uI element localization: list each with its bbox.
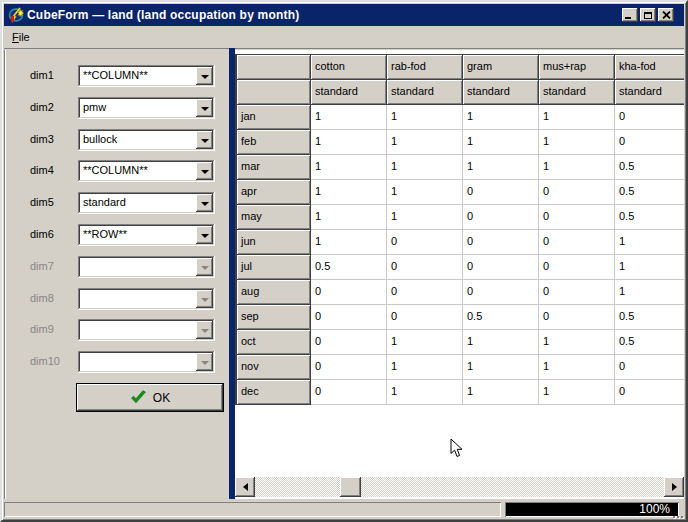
combo-dim5[interactable]: standard	[78, 192, 215, 214]
combo-dim4[interactable]: **COLUMN**	[78, 160, 215, 182]
combo-dropdown-button-dim4[interactable]	[196, 162, 213, 180]
menu-file[interactable]: File	[6, 29, 36, 45]
horizontal-scrollbar[interactable]	[235, 477, 684, 497]
column-header-gram[interactable]: gram	[463, 55, 539, 80]
cell-jan-cotton[interactable]: 1	[311, 105, 387, 130]
row-header-feb[interactable]: feb	[237, 130, 311, 155]
combo-dim1[interactable]: **COLUMN**	[78, 65, 215, 87]
cell-feb-gram[interactable]: 1	[463, 130, 539, 155]
row-header-sep[interactable]: sep	[237, 305, 311, 330]
subheader-1[interactable]: standard	[387, 80, 463, 105]
subheader-2[interactable]: standard	[463, 80, 539, 105]
row-header-jul[interactable]: jul	[237, 255, 311, 280]
cell-dec-cotton[interactable]: 0	[311, 380, 387, 405]
cell-mar-rab-fod[interactable]: 1	[387, 155, 463, 180]
cell-oct-gram[interactable]: 1	[463, 330, 539, 355]
cell-apr-cotton[interactable]: 1	[311, 180, 387, 205]
cell-mar-kha-fod[interactable]: 0.5	[615, 155, 684, 180]
subheader-4[interactable]: standard	[615, 80, 684, 105]
column-header-rab-fod[interactable]: rab-fod	[387, 55, 463, 80]
cell-mar-gram[interactable]: 1	[463, 155, 539, 180]
cell-oct-cotton[interactable]: 0	[311, 330, 387, 355]
cell-jul-rab-fod[interactable]: 0	[387, 255, 463, 280]
cell-oct-mus+rap[interactable]: 1	[539, 330, 615, 355]
cell-nov-kha-fod[interactable]: 0	[615, 355, 684, 380]
combo-dropdown-button-dim2[interactable]	[196, 99, 213, 117]
cell-feb-cotton[interactable]: 1	[311, 130, 387, 155]
subheader-0[interactable]: standard	[311, 80, 387, 105]
row-header-mar[interactable]: mar	[237, 155, 311, 180]
row-header-nov[interactable]: nov	[237, 355, 311, 380]
cell-jan-kha-fod[interactable]: 0	[615, 105, 684, 130]
cell-jan-rab-fod[interactable]: 1	[387, 105, 463, 130]
cell-sep-kha-fod[interactable]: 0.5	[615, 305, 684, 330]
cell-may-kha-fod[interactable]: 0.5	[615, 205, 684, 230]
cell-mar-mus+rap[interactable]: 1	[539, 155, 615, 180]
combo-dim6[interactable]: **ROW**	[78, 224, 215, 246]
cell-sep-mus+rap[interactable]: 0	[539, 305, 615, 330]
cell-nov-rab-fod[interactable]: 1	[387, 355, 463, 380]
cell-aug-rab-fod[interactable]: 0	[387, 280, 463, 305]
row-header-jun[interactable]: jun	[237, 230, 311, 255]
cell-oct-kha-fod[interactable]: 0.5	[615, 330, 684, 355]
titlebar[interactable]: CubeForm — land (land occupation by mont…	[4, 4, 684, 26]
row-header-dec[interactable]: dec	[237, 380, 311, 405]
resize-grip[interactable]	[673, 516, 683, 518]
combo-dim2[interactable]: pmw	[78, 97, 215, 119]
cell-jul-cotton[interactable]: 0.5	[311, 255, 387, 280]
combo-dropdown-button-dim3[interactable]	[196, 131, 213, 149]
cell-nov-mus+rap[interactable]: 1	[539, 355, 615, 380]
column-header-mus+rap[interactable]: mus+rap	[539, 55, 615, 80]
scrollbar-track[interactable]	[255, 477, 664, 497]
cell-dec-kha-fod[interactable]: 0	[615, 380, 684, 405]
cell-apr-rab-fod[interactable]: 1	[387, 180, 463, 205]
cell-apr-mus+rap[interactable]: 0	[539, 180, 615, 205]
cell-sep-gram[interactable]: 0.5	[463, 305, 539, 330]
cell-nov-gram[interactable]: 1	[463, 355, 539, 380]
cell-may-rab-fod[interactable]: 1	[387, 205, 463, 230]
combo-dropdown-button-dim6[interactable]	[196, 226, 213, 244]
combo-dropdown-button-dim5[interactable]	[196, 194, 213, 212]
cell-feb-mus+rap[interactable]: 1	[539, 130, 615, 155]
cell-feb-kha-fod[interactable]: 0	[615, 130, 684, 155]
maximize-button[interactable]	[640, 8, 656, 22]
ok-button[interactable]: OK	[76, 383, 224, 412]
cell-aug-gram[interactable]: 0	[463, 280, 539, 305]
cell-aug-cotton[interactable]: 0	[311, 280, 387, 305]
cell-apr-gram[interactable]: 0	[463, 180, 539, 205]
cell-oct-rab-fod[interactable]: 1	[387, 330, 463, 355]
cell-jun-mus+rap[interactable]: 0	[539, 230, 615, 255]
cell-feb-rab-fod[interactable]: 1	[387, 130, 463, 155]
row-header-aug[interactable]: aug	[237, 280, 311, 305]
cell-jun-gram[interactable]: 0	[463, 230, 539, 255]
column-header-kha-fod[interactable]: kha-fod	[615, 55, 684, 80]
cell-aug-kha-fod[interactable]: 1	[615, 280, 684, 305]
row-header-oct[interactable]: oct	[237, 330, 311, 355]
cell-jun-rab-fod[interactable]: 0	[387, 230, 463, 255]
row-header-jan[interactable]: jan	[237, 105, 311, 130]
scrollbar-thumb[interactable]	[340, 477, 361, 497]
close-button[interactable]	[658, 8, 674, 22]
cell-dec-rab-fod[interactable]: 1	[387, 380, 463, 405]
cell-jun-cotton[interactable]: 1	[311, 230, 387, 255]
combo-dropdown-button-dim1[interactable]	[196, 67, 213, 85]
cell-may-mus+rap[interactable]: 0	[539, 205, 615, 230]
cell-mar-cotton[interactable]: 1	[311, 155, 387, 180]
cell-jul-gram[interactable]: 0	[463, 255, 539, 280]
cell-jun-kha-fod[interactable]: 1	[615, 230, 684, 255]
cell-nov-cotton[interactable]: 0	[311, 355, 387, 380]
cell-jul-mus+rap[interactable]: 0	[539, 255, 615, 280]
cell-aug-mus+rap[interactable]: 0	[539, 280, 615, 305]
cell-jan-mus+rap[interactable]: 1	[539, 105, 615, 130]
cell-may-cotton[interactable]: 1	[311, 205, 387, 230]
scroll-left-button[interactable]	[235, 477, 255, 497]
cell-jul-kha-fod[interactable]: 1	[615, 255, 684, 280]
cell-sep-cotton[interactable]: 0	[311, 305, 387, 330]
row-header-apr[interactable]: apr	[237, 180, 311, 205]
cell-dec-mus+rap[interactable]: 1	[539, 380, 615, 405]
combo-dim3[interactable]: bullock	[78, 129, 215, 151]
cell-apr-kha-fod[interactable]: 0.5	[615, 180, 684, 205]
column-header-cotton[interactable]: cotton	[311, 55, 387, 80]
row-header-may[interactable]: may	[237, 205, 311, 230]
cell-sep-rab-fod[interactable]: 0	[387, 305, 463, 330]
